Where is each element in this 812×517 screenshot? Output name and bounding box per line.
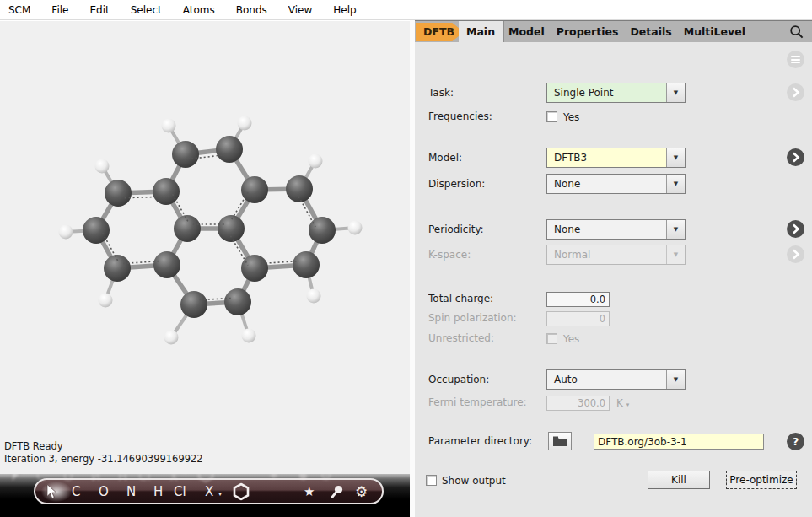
panel-menu-button: [787, 51, 804, 68]
periodic-table-caret-icon[interactable]: ▾: [218, 491, 222, 498]
dropdown-arrow-icon[interactable]: ▼: [666, 175, 685, 193]
carbon-atom[interactable]: [104, 255, 131, 282]
occupation-dropdown[interactable]: Auto ▼: [546, 369, 686, 390]
element-cl-button: Cl: [138, 474, 151, 481]
carbon-atom[interactable]: [241, 255, 268, 282]
carbon-atom[interactable]: [153, 251, 180, 278]
menu-edit[interactable]: Edit: [89, 4, 109, 16]
tab-model[interactable]: Model: [508, 25, 545, 38]
hydrogen-atom[interactable]: [242, 329, 256, 343]
ring-tool-button[interactable]: [233, 482, 250, 500]
carbon-atom[interactable]: [216, 136, 243, 163]
total-charge-input[interactable]: 0.0: [546, 292, 610, 307]
ring-tool-button: [197, 474, 214, 483]
tab-main[interactable]: Main: [459, 21, 503, 42]
element-cl-button[interactable]: Cl: [174, 485, 186, 498]
element-c-button[interactable]: C: [72, 485, 80, 498]
carbon-atom[interactable]: [309, 217, 336, 244]
dropdown-arrow-icon[interactable]: ▼: [666, 148, 685, 167]
tab-group: ModelPropertiesDetailsMultiLevel: [508, 21, 745, 42]
hydrogen-atom[interactable]: [348, 221, 363, 235]
element-n-button: N: [91, 474, 100, 481]
model-detail-chevron[interactable]: [787, 148, 804, 166]
carbon-atom[interactable]: [153, 178, 180, 205]
task-dropdown[interactable]: Single Point ▼: [546, 83, 686, 103]
dropdown-arrow-icon[interactable]: ▼: [666, 83, 685, 102]
carbon-atom[interactable]: [180, 291, 207, 318]
element-h-button[interactable]: H: [153, 485, 163, 498]
dropdown-arrow-icon[interactable]: ▼: [666, 370, 685, 389]
carbon-atom[interactable]: [105, 180, 132, 207]
parameter-help-button[interactable]: ?: [787, 433, 804, 450]
tab-dftb[interactable]: DFTB: [416, 23, 464, 41]
periodicity-dropdown[interactable]: None ▼: [546, 219, 686, 240]
tab-separator: [503, 21, 504, 42]
menu-help[interactable]: Help: [333, 4, 356, 16]
carbon-atom[interactable]: [286, 175, 313, 202]
chevron-right-icon: [787, 148, 804, 166]
gear-icon: ⚙: [355, 482, 368, 499]
task-detail-chevron: [787, 83, 804, 101]
hydrogen-atom[interactable]: [99, 294, 113, 308]
pointer-icon: [46, 484, 57, 498]
pre-optimize-button[interactable]: Pre-optimize: [726, 471, 797, 489]
pointer-tool-button[interactable]: [46, 484, 57, 498]
menu-view[interactable]: View: [288, 4, 312, 16]
frequencies-label: Frequencies:: [428, 110, 492, 122]
settings-button[interactable]: ⚙: [355, 484, 368, 498]
molecule-canvas[interactable]: [0, 21, 410, 474]
folder-icon: [553, 436, 567, 446]
settings-button: ⚙: [320, 474, 332, 482]
element-o-button: O: [63, 474, 73, 481]
spin-polarization-input: 0: [546, 311, 610, 326]
element-o-button[interactable]: O: [99, 485, 109, 498]
tab-multilevel[interactable]: MultiLevel: [684, 25, 745, 38]
carbon-atom[interactable]: [224, 288, 251, 315]
panel-search-button[interactable]: [789, 24, 804, 40]
fermi-unit-label: K: [616, 397, 623, 409]
hydrogen-atom[interactable]: [238, 116, 252, 131]
parameter-directory-input[interactable]: DFTB.org/3ob-3-1: [594, 434, 764, 450]
hydrogen-atom[interactable]: [307, 289, 321, 304]
carbon-atom[interactable]: [174, 215, 201, 242]
search-tool-button[interactable]: [331, 484, 344, 498]
periodicity-dropdown-value: None: [547, 220, 666, 239]
carbon-atom[interactable]: [172, 141, 199, 168]
model-dropdown[interactable]: DFTB3 ▼: [546, 148, 686, 168]
chevron-right-icon: [787, 220, 804, 238]
menu-select[interactable]: Select: [131, 4, 162, 16]
dropdown-arrow-icon[interactable]: ▼: [666, 220, 685, 239]
tab-properties[interactable]: Properties: [557, 25, 619, 38]
hydrogen-atom[interactable]: [59, 225, 73, 240]
carbon-atom[interactable]: [241, 176, 268, 203]
hydrogen-atom[interactable]: [162, 119, 176, 133]
menu-bonds[interactable]: Bonds: [236, 4, 267, 16]
menu-file[interactable]: File: [51, 4, 68, 16]
hydrogen-atom[interactable]: [309, 154, 323, 169]
show-output-label[interactable]: Show output: [442, 475, 506, 487]
menu-scm[interactable]: SCM: [8, 4, 30, 16]
carbon-atom[interactable]: [83, 217, 110, 244]
unrestricted-label: Unrestricted:: [428, 332, 494, 344]
carbon-atom[interactable]: [218, 215, 245, 242]
element-c-button: C: [36, 474, 45, 481]
kspace-dropdown: Normal ▼: [546, 245, 686, 265]
frequencies-checkbox[interactable]: [546, 111, 557, 122]
periodicity-detail-chevron[interactable]: [787, 220, 804, 238]
element-x-button[interactable]: X: [205, 485, 213, 498]
dispersion-dropdown-value: None: [547, 175, 666, 193]
tab-details[interactable]: Details: [630, 25, 671, 38]
star-tool-button[interactable]: ★: [304, 485, 315, 498]
dispersion-dropdown[interactable]: None ▼: [546, 174, 686, 194]
browse-directory-button[interactable]: [548, 432, 572, 450]
molecule-viewport[interactable]: DFTB Ready Iteration 3, energy -31.14690…: [0, 21, 410, 474]
element-n-button[interactable]: N: [126, 485, 136, 498]
frequencies-checkbox-label[interactable]: Yes: [563, 111, 579, 123]
carbon-atom[interactable]: [293, 251, 320, 278]
hydrogen-atom[interactable]: [164, 331, 179, 345]
kill-button[interactable]: Kill: [648, 471, 710, 489]
show-output-checkbox[interactable]: [426, 475, 437, 486]
hydrogen-atom[interactable]: [95, 159, 110, 174]
menu-atoms[interactable]: Atoms: [183, 4, 215, 16]
task-label: Task:: [428, 87, 454, 99]
